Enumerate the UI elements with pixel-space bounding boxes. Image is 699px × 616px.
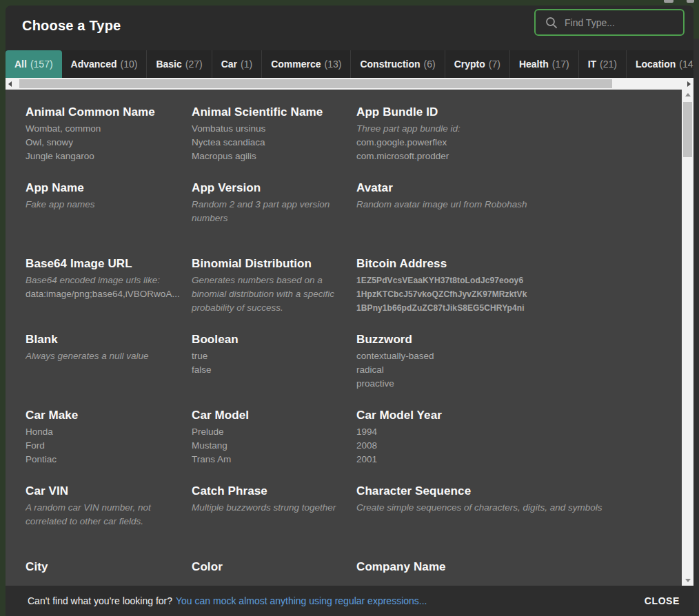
tab-count: (1) bbox=[241, 59, 252, 70]
tab-advanced[interactable]: Advanced(10) bbox=[62, 50, 148, 78]
search-box[interactable] bbox=[534, 9, 685, 36]
tab-construction[interactable]: Construction(6) bbox=[351, 50, 445, 78]
search-input[interactable] bbox=[565, 17, 676, 28]
tab-count: (157) bbox=[30, 59, 53, 70]
scroll-up-arrow-icon[interactable] bbox=[685, 93, 691, 96]
type-example-line: Nyctea scandiaca bbox=[192, 136, 347, 150]
type-card-car-model-year[interactable]: Car Model Year199420082001 bbox=[356, 408, 693, 484]
type-card-buzzword[interactable]: Buzzwordcontextually-basedradicalproacti… bbox=[356, 332, 693, 408]
type-card-car-model[interactable]: Car ModelPreludeMustangTrans Am bbox=[192, 408, 356, 484]
type-example-line: 2001 bbox=[356, 453, 684, 466]
type-example-line: Fake app names bbox=[26, 198, 182, 212]
tab-label: Basic bbox=[156, 59, 181, 70]
tab-label: Commerce bbox=[271, 59, 321, 70]
search-icon bbox=[545, 17, 558, 29]
type-title: Animal Common Name bbox=[26, 105, 182, 120]
type-card-boolean[interactable]: Booleantruefalse bbox=[192, 332, 356, 408]
type-example-line: Base64 encoded image urls like: bbox=[26, 274, 182, 287]
type-example-line: Ford bbox=[26, 439, 182, 453]
close-button[interactable]: CLOSE bbox=[645, 595, 680, 606]
type-example-line: Mustang bbox=[192, 439, 347, 453]
type-card-blank[interactable]: BlankAlways generates a null value bbox=[26, 332, 192, 408]
type-example-line: Generates numbers based on a binomial di… bbox=[192, 274, 347, 315]
tab-label: Crypto bbox=[454, 59, 485, 70]
type-example-line: 1HpzKTCbcJ57vkoQZCfhJyvZK97MRzktVk bbox=[356, 287, 684, 301]
tab-location[interactable]: Location(14) bbox=[627, 50, 693, 78]
type-title: App Bundle ID bbox=[356, 105, 684, 120]
type-example-line: Create simple sequences of characters, d… bbox=[356, 501, 684, 515]
tab-basic[interactable]: Basic(27) bbox=[147, 50, 212, 78]
type-card-app-name[interactable]: App NameFake app names bbox=[26, 181, 192, 256]
type-example-line: Always generates a null value bbox=[26, 349, 182, 363]
type-title: Binomial Distribution bbox=[192, 256, 347, 271]
tab-it[interactable]: IT(21) bbox=[579, 50, 627, 78]
tab-bar: All(157)Advanced(10)Basic(27)Car(1)Comme… bbox=[6, 50, 693, 78]
type-card-app-version[interactable]: App VersionRandom 2 and 3 part app versi… bbox=[192, 181, 356, 256]
modal-header: Choose a Type bbox=[6, 6, 693, 50]
tab-crypto[interactable]: Crypto(7) bbox=[445, 50, 510, 78]
tab-label: IT bbox=[588, 59, 596, 70]
regex-help-link[interactable]: You can mock almost anything using regul… bbox=[176, 595, 427, 606]
type-card-app-bundle-id[interactable]: App Bundle IDThree part app bundle id:co… bbox=[356, 105, 693, 181]
tab-all[interactable]: All(157) bbox=[6, 50, 62, 78]
horizontal-scrollbar[interactable] bbox=[6, 78, 693, 90]
tab-label: Health bbox=[519, 59, 549, 70]
type-title: Car Model Year bbox=[356, 408, 684, 423]
type-card-catch-phrase[interactable]: Catch PhraseMultiple buzzwords strung to… bbox=[192, 484, 356, 559]
type-card-bitcoin-address[interactable]: Bitcoin Address1EZ5PdVcsVEaaKYH37t8toLod… bbox=[356, 256, 693, 332]
type-card-company-name[interactable]: Company Name bbox=[356, 559, 693, 586]
footer-question: Can't find what you're looking for? bbox=[28, 595, 172, 606]
type-example-line: Random avatar image url from Robohash bbox=[356, 198, 684, 212]
type-example-line: 1994 bbox=[356, 425, 684, 439]
tab-health[interactable]: Health(17) bbox=[510, 50, 579, 78]
type-card-city[interactable]: City bbox=[26, 559, 192, 586]
type-example-line: proactive bbox=[356, 377, 684, 391]
modal-footer: Can't find what you're looking for? You … bbox=[6, 586, 693, 616]
tab-car[interactable]: Car(1) bbox=[212, 50, 262, 78]
type-example-line: 1EZ5PdVcsVEaaKYH37t8toLodJc97eooy6 bbox=[356, 274, 684, 287]
horizontal-scrollbar-thumb[interactable] bbox=[19, 79, 612, 88]
type-card-character-sequence[interactable]: Character SequenceCreate simple sequence… bbox=[356, 484, 693, 559]
vertical-scrollbar-thumb[interactable] bbox=[683, 102, 692, 157]
scroll-down-arrow-icon[interactable] bbox=[685, 579, 691, 582]
type-title: Car VIN bbox=[26, 484, 182, 499]
type-example-line: Multiple buzzwords strung together bbox=[192, 501, 347, 515]
type-example-line: radical bbox=[356, 363, 684, 377]
type-card-binomial-distribution[interactable]: Binomial DistributionGenerates numbers b… bbox=[192, 256, 356, 332]
type-title: Bitcoin Address bbox=[356, 256, 684, 271]
scroll-left-arrow-icon[interactable] bbox=[8, 81, 12, 87]
type-example-line: Trans Am bbox=[192, 453, 347, 466]
type-example-line: contextually-based bbox=[356, 349, 684, 363]
type-title: Car Make bbox=[26, 408, 182, 423]
type-card-base64-image-url[interactable]: Base64 Image URLBase64 encoded image url… bbox=[26, 256, 192, 332]
tab-commerce[interactable]: Commerce(13) bbox=[262, 50, 351, 78]
type-example-line: Owl, snowy bbox=[26, 136, 182, 150]
type-card-animal-common-name[interactable]: Animal Common NameWombat, commonOwl, sno… bbox=[26, 105, 192, 181]
page-title: Choose a Type bbox=[22, 18, 121, 34]
tab-count: (10) bbox=[121, 59, 138, 70]
type-example-line: A random car VIN number, not correlated … bbox=[26, 501, 182, 528]
type-title: Character Sequence bbox=[356, 484, 684, 499]
background-icon-fragment bbox=[687, 0, 694, 3]
tab-count: (13) bbox=[325, 59, 342, 70]
vertical-scrollbar[interactable] bbox=[682, 90, 693, 586]
type-example-line: com.google.powerflex bbox=[356, 136, 684, 150]
type-card-car-vin[interactable]: Car VINA random car VIN number, not corr… bbox=[26, 484, 192, 559]
type-title: Avatar bbox=[356, 181, 684, 196]
type-title: App Name bbox=[26, 181, 182, 196]
type-title: App Version bbox=[192, 181, 347, 196]
type-example-line: 1BPny1b66pdZuZC87tJikS8EG5CHRYp4ni bbox=[356, 301, 684, 315]
background-icon-fragment bbox=[664, 0, 673, 3]
choose-type-modal: Choose a Type All(157)Advanced(10)Basic(… bbox=[6, 6, 693, 616]
type-card-color[interactable]: Color bbox=[192, 559, 356, 586]
type-example-line: com.microsoft.prodder bbox=[356, 150, 684, 163]
scroll-right-arrow-icon[interactable] bbox=[687, 81, 691, 87]
type-card-car-make[interactable]: Car MakeHondaFordPontiac bbox=[26, 408, 192, 484]
tab-count: (17) bbox=[552, 59, 569, 70]
type-example-line: Random 2 and 3 part app version numbers bbox=[192, 198, 347, 225]
type-example-line: Prelude bbox=[192, 425, 347, 439]
type-card-animal-scientific-name[interactable]: Animal Scientific NameVombatus ursinusNy… bbox=[192, 105, 356, 181]
type-title: Company Name bbox=[356, 559, 684, 575]
type-title: Base64 Image URL bbox=[26, 256, 182, 271]
type-card-avatar[interactable]: AvatarRandom avatar image url from Roboh… bbox=[356, 181, 693, 256]
